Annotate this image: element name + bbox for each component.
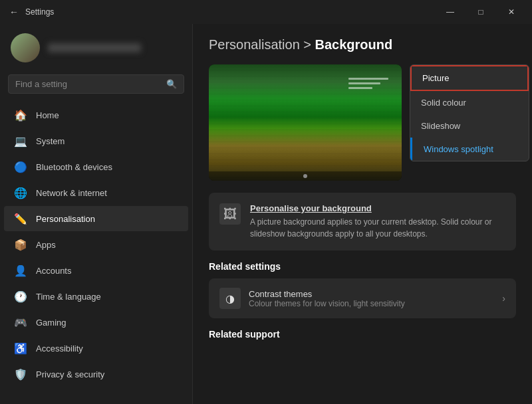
minimize-button[interactable]: — [435, 0, 466, 24]
nav-label-personalisation: Personalisation [36, 214, 95, 224]
titlebar: ← Settings — □ ✕ [0, 0, 532, 24]
card-title: Personalise your background [250, 203, 505, 213]
background-type-dropdown[interactable]: Picture Solid colour Slideshow Windows s… [410, 64, 529, 161]
nav-list: 🏠 Home 💻 System 🔵 Bluetooth & devices 🌐 … [0, 100, 192, 404]
avatar [11, 33, 40, 62]
sidebar-item-network[interactable]: 🌐 Network & internet [4, 180, 188, 205]
nav-label-accessibility: Accessibility [36, 344, 83, 354]
dropdown-label-spotlight: Windows spotlight [424, 144, 493, 154]
content-area: Personalisation > Background [193, 24, 532, 404]
sidebar-item-apps[interactable]: 📦 Apps [4, 232, 188, 257]
dropdown-item-slideshow[interactable]: Slideshow [410, 114, 529, 138]
sidebar-item-home[interactable]: 🏠 Home [4, 102, 188, 128]
dropdown-item-picture[interactable]: Picture [410, 65, 529, 91]
back-button[interactable]: ← [9, 7, 19, 17]
contrast-icon: ◑ [219, 288, 241, 309]
breadcrumb: Personalisation > Background [209, 37, 392, 52]
nav-label-system: System [36, 136, 65, 146]
maximize-button[interactable]: □ [466, 0, 496, 24]
nav-icon-time: 🕐 [15, 290, 27, 302]
search-box[interactable]: 🔍 [8, 74, 184, 94]
related-support-title: Related support [209, 329, 516, 340]
sidebar-item-bluetooth[interactable]: 🔵 Bluetooth & devices [4, 154, 188, 179]
nav-label-network: Network & internet [36, 188, 107, 198]
card-icon: 🖼 [219, 203, 241, 225]
sidebar-item-system[interactable]: 💻 System [4, 128, 188, 153]
sidebar-item-privacy[interactable]: 🛡️ Privacy & security [4, 361, 188, 387]
nav-label-privacy: Privacy & security [36, 369, 104, 379]
page-header: Personalisation > Background [209, 37, 516, 52]
dropdown-label-solid: Solid colour [421, 98, 466, 108]
nav-icon-network: 🌐 [15, 187, 27, 199]
search-input[interactable] [15, 79, 161, 89]
avatar-image [11, 33, 40, 62]
contrast-text: Contrast themes Colour themes for low vi… [249, 289, 405, 308]
sidebar-item-personalisation[interactable]: ✏️ Personalisation [4, 206, 188, 231]
dropdown-item-spotlight[interactable]: Windows spotlight [410, 138, 529, 161]
card-desc: A picture background applies to your cur… [250, 216, 505, 240]
dropdown-accent [410, 138, 412, 161]
nav-icon-accessibility: ♿ [15, 342, 27, 354]
titlebar-controls: — □ ✕ [435, 0, 527, 24]
nav-label-apps: Apps [36, 240, 56, 250]
nav-icon-personalisation: ✏️ [15, 213, 27, 225]
search-icon: 🔍 [166, 79, 177, 89]
sidebar-item-accounts[interactable]: 👤 Accounts [4, 258, 188, 283]
titlebar-title: Settings [25, 7, 54, 17]
desktop-preview [209, 64, 402, 181]
taskbar-dot [303, 174, 307, 178]
related-settings-title: Related settings [209, 261, 516, 272]
taskbar-preview [209, 171, 402, 181]
username [48, 43, 141, 52]
titlebar-left: ← Settings [9, 7, 54, 17]
nav-label-bluetooth: Bluetooth & devices [36, 162, 112, 172]
breadcrumb-current: Background [315, 37, 393, 52]
nav-icon-apps: 📦 [15, 239, 27, 251]
sidebar-item-gaming[interactable]: 🎮 Gaming [4, 310, 188, 335]
nav-label-accounts: Accounts [36, 266, 71, 276]
dropdown-label-slideshow: Slideshow [421, 121, 460, 131]
preview-line-1 [348, 78, 388, 80]
nav-icon-privacy: 🛡️ [15, 368, 27, 380]
nav-label-home: Home [36, 110, 59, 120]
sidebar-item-time[interactable]: 🕐 Time & language [4, 284, 188, 309]
preview-line-3 [348, 87, 372, 89]
nav-icon-accounts: 👤 [15, 264, 27, 276]
main-layout: 🔍 🏠 Home 💻 System 🔵 Bluetooth & devices … [0, 24, 532, 404]
user-section [0, 24, 192, 72]
dropdown-label-picture: Picture [422, 73, 449, 83]
contrast-themes-row[interactable]: ◑ Contrast themes Colour themes for low … [209, 278, 516, 318]
contrast-themes-left: ◑ Contrast themes Colour themes for low … [219, 288, 405, 309]
dropdown-item-solid[interactable]: Solid colour [410, 91, 529, 114]
nav-icon-gaming: 🎮 [15, 316, 27, 328]
sidebar: 🔍 🏠 Home 💻 System 🔵 Bluetooth & devices … [0, 24, 193, 404]
nav-icon-bluetooth: 🔵 [15, 161, 27, 173]
contrast-subtitle: Colour themes for low vision, light sens… [249, 299, 405, 308]
breadcrumb-prefix: Personalisation > [209, 37, 315, 52]
nav-label-gaming: Gaming [36, 318, 66, 328]
sidebar-item-accessibility[interactable]: ♿ Accessibility [4, 336, 188, 361]
contrast-title: Contrast themes [249, 289, 405, 299]
preview-container: Picture Solid colour Slideshow Windows s… [209, 64, 516, 181]
preview-ui [348, 78, 388, 92]
nav-label-time: Time & language [36, 292, 101, 302]
preview-line-2 [348, 82, 380, 84]
card-content: Personalise your background A picture ba… [250, 203, 505, 240]
preview-background [209, 64, 402, 181]
nav-icon-home: 🏠 [15, 109, 27, 121]
close-button[interactable]: ✕ [496, 0, 527, 24]
nav-icon-system: 💻 [15, 135, 27, 147]
chevron-right-icon: › [502, 293, 505, 304]
personalise-card: 🖼 Personalise your background A picture … [209, 193, 516, 251]
